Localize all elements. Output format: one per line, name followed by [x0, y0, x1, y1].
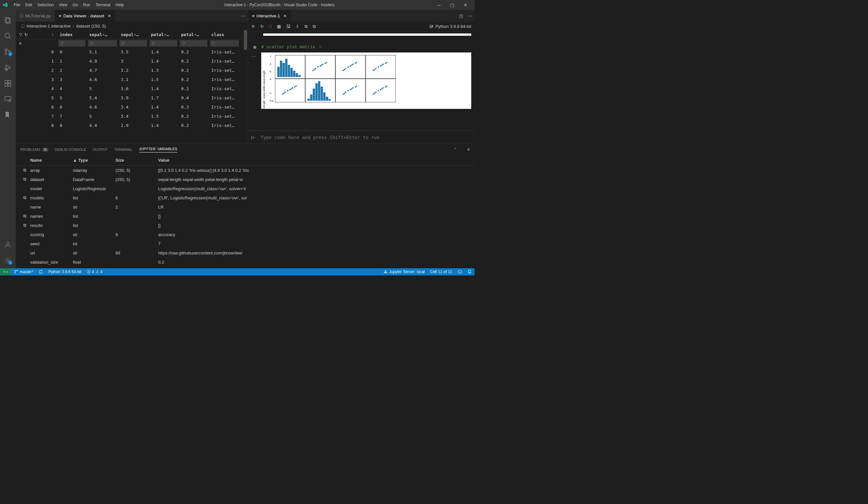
variable-row[interactable]: ⧉ models list 6 [('LR', LogisticRegressi…	[19, 193, 475, 202]
feedback-icon[interactable]	[455, 268, 465, 275]
table-row[interactable]: 7 7 5 3.4 1.5 0.2 Iris-set…	[16, 112, 243, 121]
python-env-selector[interactable]: 🖳 Python 3.9.6 64-bit	[429, 24, 471, 29]
maximize-button[interactable]: ▢	[446, 0, 459, 10]
variable-row[interactable]: seed int 7	[19, 239, 475, 248]
panel-close-icon[interactable]: ✕	[467, 148, 470, 152]
expand-variable-icon[interactable]: ⧉	[19, 168, 30, 173]
list-icon[interactable]: ≡	[19, 41, 22, 46]
menu-help[interactable]: Help	[113, 3, 127, 7]
close-icon[interactable]: ✕	[283, 13, 287, 18]
git-branch[interactable]: master*	[11, 268, 36, 275]
table-row[interactable]: 8 8 4.4 2.9 1.4 0.2 Iris-set…	[16, 121, 243, 130]
source-control-icon[interactable]: 2	[0, 44, 16, 60]
interrupt-icon[interactable]: □	[269, 24, 272, 29]
header-value[interactable]: Value	[158, 158, 475, 162]
split-editor-icon[interactable]: ◫	[459, 13, 463, 18]
header-name[interactable]: Name	[30, 158, 73, 162]
expand-variable-icon[interactable]: ⧉	[19, 213, 30, 219]
variable-row[interactable]: name str 2 LR	[19, 202, 475, 211]
extensions-icon[interactable]	[0, 75, 16, 91]
header-type[interactable]: ▲ Type	[73, 158, 115, 162]
breadcrumb[interactable]: ⬡ Interactive-1.interactive › dataset (1…	[16, 22, 248, 30]
notifications-icon[interactable]	[465, 268, 475, 275]
variable-row[interactable]: ⧉ array ndarray (150, 5) [[5.1 3.5 1.4 0…	[19, 166, 475, 175]
variables-icon[interactable]: ▦	[277, 24, 281, 29]
problems-status[interactable]: ⓧ4 ⚠4	[84, 268, 105, 275]
collapse-icon[interactable]: ⧉	[313, 24, 316, 29]
variable-row[interactable]: ⧉ dataset DataFrame (150, 5) sepal-lengt…	[19, 175, 475, 184]
code-input[interactable]	[260, 135, 471, 140]
scrollbar[interactable]	[243, 30, 248, 144]
run-debug-icon[interactable]	[0, 60, 16, 75]
header-size[interactable]: Size	[115, 158, 158, 162]
panel-tab-output[interactable]: OUTPUT	[93, 148, 107, 151]
table-row[interactable]: 6 6 4.6 3.4 1.4 0.3 Iris-set…	[16, 102, 243, 112]
col-header-sepal-length[interactable]: sepal-…	[87, 32, 118, 37]
breadcrumb-item[interactable]: dataset (150, 5)	[76, 24, 106, 29]
col-header-sepal-width[interactable]: sepal-…	[118, 32, 148, 37]
close-button[interactable]: ✕	[459, 0, 472, 10]
panel-tab-terminal[interactable]: TERMINAL	[114, 148, 133, 151]
col-header-petal-length[interactable]: petal-…	[148, 32, 178, 37]
tab-mltutorial[interactable]: ⬡ MLTutorial.py	[16, 10, 55, 22]
table-row[interactable]: 0 0 5.1 3.5 1.4 0.2 Iris-set…	[16, 47, 243, 56]
menu-terminal[interactable]: Terminal	[93, 3, 113, 7]
tab-data-viewer[interactable]: ≡ Data Viewer - dataset ✕	[55, 10, 115, 22]
menu-edit[interactable]: Edit	[23, 3, 35, 7]
variable-row[interactable]: ⧉ names list []	[19, 211, 475, 221]
table-row[interactable]: 3 3 4.6 3.1 1.5 0.2 Iris-set…	[16, 75, 243, 84]
more-actions-icon[interactable]: ⋯	[241, 13, 245, 18]
expand-variable-icon[interactable]: ⧉	[19, 223, 30, 228]
variable-row[interactable]: ⧉ results list []	[19, 221, 475, 230]
breadcrumb-file[interactable]: Interactive-1.interactive	[27, 24, 71, 29]
data-viewer-body[interactable]: 0 0 5.1 3.5 1.4 0.2 Iris-set… 1 1 4.9 3 …	[16, 47, 243, 144]
filter-petal-l[interactable]: ▽	[149, 40, 177, 46]
variable-row[interactable]: model LogisticRegressic LogisticRegressi…	[19, 184, 475, 193]
expand-icon[interactable]: ⧉	[304, 24, 308, 29]
run-icon[interactable]: ▷	[251, 135, 255, 140]
save-icon[interactable]: 🖫	[286, 24, 290, 29]
filter-sepal-w[interactable]: ▽	[120, 40, 147, 46]
sort-up-icon[interactable]: ↑	[51, 32, 54, 37]
variable-row[interactable]: scoring str 8 accuracy	[19, 230, 475, 239]
menu-selection[interactable]: Selection	[35, 3, 56, 7]
filter-sepal-l[interactable]: ▽	[88, 40, 117, 46]
variable-row[interactable]: validation_size float 0.2	[19, 258, 475, 266]
menu-run[interactable]: Run	[80, 3, 93, 7]
output-ellipsis-icon[interactable]: ⋯	[251, 52, 258, 109]
panel-tab-jupyter-variables[interactable]: JUPYTER: VARIABLES	[139, 147, 177, 153]
scroll-thumb[interactable]	[244, 30, 247, 50]
expand-variable-icon[interactable]: ⧉	[19, 177, 30, 182]
jupyter-server-status[interactable]: 🖧 Jupyter Server: local	[381, 268, 427, 275]
tab-interactive[interactable]: ≡ Interactive-1 ✕	[248, 10, 291, 22]
restart-icon[interactable]: ↻	[260, 24, 264, 29]
table-row[interactable]: 2 2 4.7 3.2 1.3 0.2 Iris-set…	[16, 66, 243, 75]
code-cell[interactable]: ✻ # scatter plot matrix ⋯	[251, 44, 471, 50]
run-cell-icon[interactable]: ✻	[251, 44, 258, 50]
table-row[interactable]: 1 1 4.9 3 1.4 0.2 Iris-set…	[16, 56, 243, 66]
filter-petal-w[interactable]: ▽	[180, 40, 207, 46]
menu-view[interactable]: View	[56, 3, 70, 7]
col-header-petal-width[interactable]: petal-…	[178, 32, 209, 37]
panel-maximize-icon[interactable]: ˄	[455, 148, 456, 152]
menu-file[interactable]: File	[11, 3, 23, 7]
table-row[interactable]: 5 5 5.4 3.9 1.7 0.4 Iris-set…	[16, 93, 243, 102]
close-icon[interactable]: ✕	[251, 24, 255, 29]
remote-indicator[interactable]	[0, 268, 11, 275]
sync-icon[interactable]	[36, 268, 45, 275]
python-interpreter[interactable]: Python 3.9.6 64-bit	[45, 268, 84, 275]
scatter-matrix-plot[interactable]: l-length sepal-width sepal-length 7 6 5 …	[261, 52, 471, 109]
panel-tab-problems[interactable]: PROBLEMS 8	[20, 148, 48, 151]
filter-icon[interactable]: ▽	[19, 32, 22, 37]
bookmark-icon[interactable]	[0, 107, 16, 123]
close-icon[interactable]: ✕	[107, 13, 111, 18]
col-header-class[interactable]: class	[209, 32, 241, 37]
settings-gear-icon[interactable]: 1	[0, 252, 16, 268]
filter-class[interactable]: ▽	[210, 40, 239, 46]
export-icon[interactable]: ⇪	[296, 24, 299, 29]
refresh-icon[interactable]: ↻	[24, 32, 28, 37]
table-row[interactable]: 4 4 5 3.6 1.4 0.2 Iris-set…	[16, 84, 243, 93]
panel-tab-debug-console[interactable]: DEBUG CONSOLE	[55, 148, 86, 151]
more-actions-icon[interactable]: ⋯	[468, 13, 472, 18]
col-header-index[interactable]: index	[57, 32, 87, 37]
